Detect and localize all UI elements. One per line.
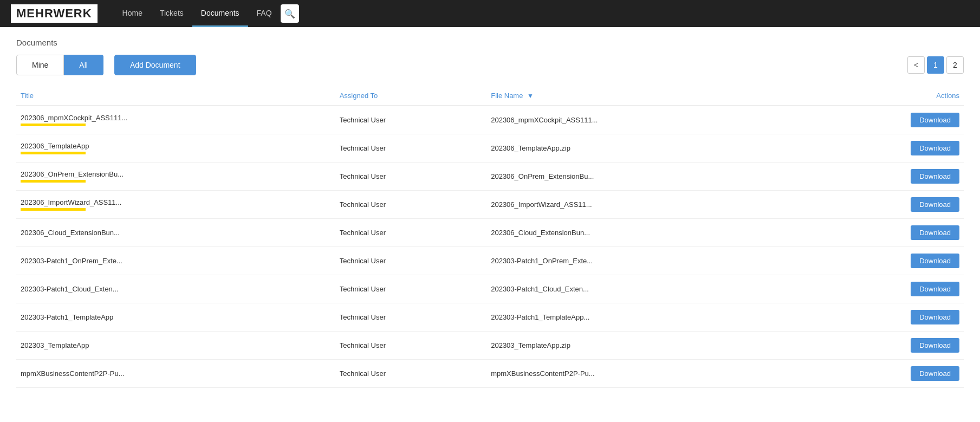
table-header: Title Assigned To File Name ▼ Actions: [16, 86, 964, 106]
title-cell: 202303-Patch1_OnPrem_Exte...: [16, 247, 335, 275]
file-name-cell: 202303-Patch1_OnPrem_Exte...: [486, 247, 806, 275]
nav-faq[interactable]: FAQ: [248, 0, 281, 27]
actions-cell: Download: [806, 106, 964, 134]
title-cell: 202303-Patch1_Cloud_Exten...: [16, 275, 335, 303]
col-file-name[interactable]: File Name ▼: [486, 86, 806, 106]
add-document-button[interactable]: Add Document: [114, 55, 196, 75]
assigned-to-cell: Technical User: [335, 219, 486, 247]
actions-cell: Download: [806, 360, 964, 388]
table-row: 202306_mpmXCockpit_ASS111...Technical Us…: [16, 106, 964, 134]
file-name-cell: 202306_OnPrem_ExtensionBu...: [486, 163, 806, 191]
table-row: 202303-Patch1_OnPrem_Exte...Technical Us…: [16, 247, 964, 275]
toolbar: Mine All Add Document < 1 2: [16, 55, 964, 75]
actions-cell: Download: [806, 219, 964, 247]
title-cell: 202306_OnPrem_ExtensionBu...: [16, 163, 335, 191]
actions-cell: Download: [806, 191, 964, 219]
highlight-bar: [21, 208, 86, 211]
nav-home[interactable]: Home: [114, 0, 151, 27]
title-text: 202303-Patch1_OnPrem_Exte...: [21, 257, 331, 265]
download-button[interactable]: Download: [911, 338, 959, 353]
nav-links: Home Tickets Documents FAQ 🔍: [114, 0, 969, 27]
table-row: 202306_Cloud_ExtensionBun...Technical Us…: [16, 219, 964, 247]
col-actions: Actions: [806, 86, 964, 106]
assigned-to-cell: Technical User: [335, 191, 486, 219]
title-cell: 202306_TemplateApp: [16, 134, 335, 163]
title-text: 202306_OnPrem_ExtensionBu...: [21, 170, 331, 178]
download-button[interactable]: Download: [911, 366, 959, 381]
documents-table: Title Assigned To File Name ▼ Actions 20…: [16, 86, 964, 388]
highlight-bar: [21, 180, 86, 183]
title-text: 202306_Cloud_ExtensionBun...: [21, 229, 331, 237]
title-cell: 202306_ImportWizard_ASS11...: [16, 191, 335, 219]
table-row: mpmXBusinessContentP2P-Pu...Technical Us…: [16, 360, 964, 388]
title-cell: 202303_TemplateApp: [16, 332, 335, 360]
table-row: 202306_TemplateAppTechnical User202306_T…: [16, 134, 964, 163]
file-name-cell: 202306_Cloud_ExtensionBun...: [486, 219, 806, 247]
nav-tickets[interactable]: Tickets: [151, 0, 192, 27]
title-cell: 202303-Patch1_TemplateApp: [16, 303, 335, 332]
assigned-to-cell: Technical User: [335, 247, 486, 275]
assigned-to-cell: Technical User: [335, 332, 486, 360]
file-name-cell: 202306_TemplateApp.zip: [486, 134, 806, 163]
search-button[interactable]: 🔍: [281, 4, 299, 23]
title-cell: 202306_Cloud_ExtensionBun...: [16, 219, 335, 247]
download-button[interactable]: Download: [911, 197, 959, 212]
file-name-cell: 202306_mpmXCockpit_ASS111...: [486, 106, 806, 134]
navbar: MEHRWERK Home Tickets Documents FAQ 🔍: [0, 0, 980, 27]
page-title: Documents: [16, 38, 964, 47]
title-text: 202306_TemplateApp: [21, 142, 331, 150]
actions-cell: Download: [806, 275, 964, 303]
actions-cell: Download: [806, 163, 964, 191]
file-name-cell: 202303-Patch1_TemplateApp...: [486, 303, 806, 332]
title-text: 202303_TemplateApp: [21, 341, 331, 349]
file-name-cell: 202303-Patch1_Cloud_Exten...: [486, 275, 806, 303]
page-2-button[interactable]: 2: [946, 56, 964, 74]
nav-documents[interactable]: Documents: [192, 0, 248, 27]
download-button[interactable]: Download: [911, 113, 959, 127]
actions-cell: Download: [806, 134, 964, 163]
download-button[interactable]: Download: [911, 225, 959, 240]
table-row: 202306_OnPrem_ExtensionBu...Technical Us…: [16, 163, 964, 191]
page-1-button[interactable]: 1: [927, 56, 944, 74]
title-cell: 202306_mpmXCockpit_ASS111...: [16, 106, 335, 134]
col-assigned-to[interactable]: Assigned To: [335, 86, 486, 106]
file-name-cell: 202306_ImportWizard_ASS11...: [486, 191, 806, 219]
prev-page-button[interactable]: <: [907, 56, 925, 74]
assigned-to-cell: Technical User: [335, 275, 486, 303]
download-button[interactable]: Download: [911, 141, 959, 155]
actions-cell: Download: [806, 303, 964, 332]
table-row: 202303_TemplateAppTechnical User202303_T…: [16, 332, 964, 360]
file-name-cell: 202303_TemplateApp.zip: [486, 332, 806, 360]
search-icon: 🔍: [284, 9, 295, 19]
download-button[interactable]: Download: [911, 282, 959, 296]
table-row: 202303-Patch1_Cloud_Exten...Technical Us…: [16, 275, 964, 303]
sort-icon: ▼: [527, 92, 534, 100]
tab-all[interactable]: All: [64, 55, 103, 75]
col-title[interactable]: Title: [16, 86, 335, 106]
table-row: 202306_ImportWizard_ASS11...Technical Us…: [16, 191, 964, 219]
assigned-to-cell: Technical User: [335, 106, 486, 134]
assigned-to-cell: Technical User: [335, 163, 486, 191]
title-text: 202306_mpmXCockpit_ASS111...: [21, 114, 331, 122]
highlight-bar: [21, 124, 86, 126]
actions-cell: Download: [806, 247, 964, 275]
assigned-to-cell: Technical User: [335, 134, 486, 163]
download-button[interactable]: Download: [911, 254, 959, 268]
highlight-bar: [21, 152, 86, 154]
table-row: 202303-Patch1_TemplateAppTechnical User2…: [16, 303, 964, 332]
download-button[interactable]: Download: [911, 310, 959, 324]
brand-logo: MEHRWERK: [11, 4, 98, 23]
title-text: 202303-Patch1_TemplateApp: [21, 313, 331, 321]
title-text: 202303-Patch1_Cloud_Exten...: [21, 285, 331, 293]
title-text: mpmXBusinessContentP2P-Pu...: [21, 369, 331, 378]
title-text: 202306_ImportWizard_ASS11...: [21, 198, 331, 206]
pagination: < 1 2: [907, 56, 964, 74]
file-name-cell: mpmXBusinessContentP2P-Pu...: [486, 360, 806, 388]
tab-mine[interactable]: Mine: [16, 55, 64, 75]
assigned-to-cell: Technical User: [335, 360, 486, 388]
page-content: Documents Mine All Add Document < 1 2 Ti…: [0, 27, 980, 399]
download-button[interactable]: Download: [911, 169, 959, 184]
title-cell: mpmXBusinessContentP2P-Pu...: [16, 360, 335, 388]
actions-cell: Download: [806, 332, 964, 360]
assigned-to-cell: Technical User: [335, 303, 486, 332]
